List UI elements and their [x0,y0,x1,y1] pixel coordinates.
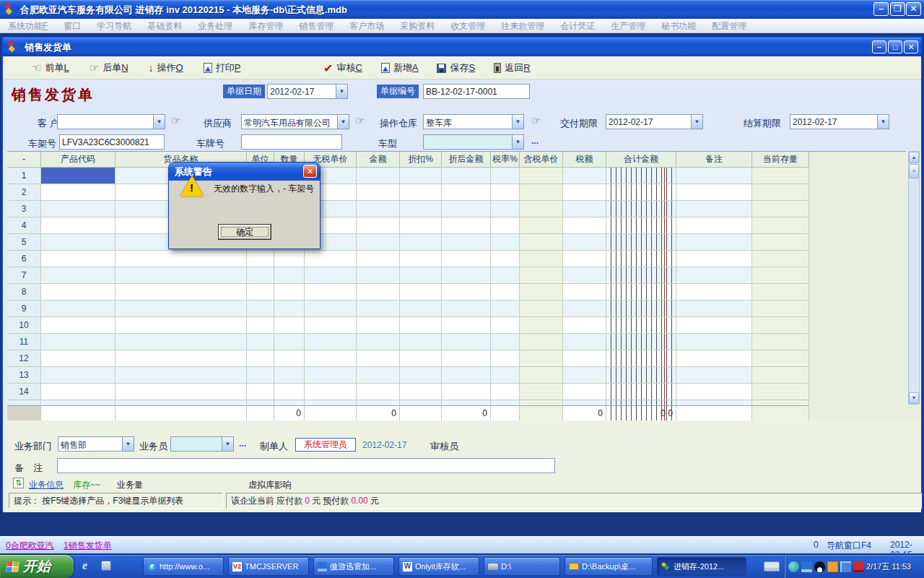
dialog-close-icon[interactable]: ✕ [303,165,317,178]
cell[interactable] [606,317,676,334]
vertical-scrollbar[interactable]: ▲ ≡ ▼ [908,151,920,405]
scroll-down-icon[interactable]: ▼ [909,392,919,404]
cell[interactable] [520,184,563,201]
cell[interactable] [491,184,520,201]
task-button-1[interactable]: ehttp://www.o... [143,557,224,576]
cell[interactable] [400,334,442,350]
cell[interactable] [752,168,809,184]
cell[interactable] [442,367,491,384]
cell[interactable] [305,251,357,267]
cell[interactable] [41,251,116,267]
doc-date-combo[interactable]: 2012-02-17▼ [267,84,348,99]
cell[interactable] [274,367,305,384]
model-more-button[interactable]: ... [531,136,539,146]
cell[interactable] [606,267,676,284]
cell[interactable] [442,251,491,267]
menu-item-10[interactable]: 收支管理 [443,19,493,33]
cell[interactable] [676,384,752,400]
cell[interactable] [400,284,442,301]
cell[interactable] [305,317,357,334]
cell[interactable] [41,350,116,367]
window-link-delivery[interactable]: 1销售发货单 [64,540,112,552]
cell[interactable] [752,201,809,217]
cell[interactable] [357,168,400,184]
cell[interactable] [563,168,606,184]
cell[interactable] [491,301,520,317]
cell[interactable] [563,384,606,400]
cell[interactable] [41,367,116,384]
minimize-button[interactable]: – [873,2,889,16]
model-combo[interactable]: ▼ [423,134,524,150]
cell[interactable] [116,384,247,400]
cell[interactable] [752,184,809,201]
cell[interactable] [442,234,491,251]
cell[interactable] [491,234,520,251]
cell[interactable] [400,350,442,367]
refresh-icon[interactable]: ⇅ [13,478,24,488]
menu-item-5[interactable]: 业务处理 [190,19,240,33]
cell[interactable] [520,334,563,350]
cell[interactable] [606,251,676,267]
remark-input[interactable] [57,458,555,473]
cell[interactable] [116,334,247,350]
menu-item-9[interactable]: 采购资料 [392,19,443,33]
vin-input[interactable] [59,134,165,150]
qq-icon[interactable] [814,561,825,572]
cell[interactable] [563,317,606,334]
cell[interactable] [491,168,520,184]
menu-item-1[interactable]: 系统功能F [0,19,56,33]
cell[interactable] [752,334,809,350]
cell[interactable] [305,301,357,317]
cell[interactable] [247,384,274,400]
cell[interactable] [520,201,563,217]
child-maximize-button[interactable]: □ [888,40,902,53]
cell[interactable] [606,367,676,384]
task-button-3[interactable]: 傲游迅雷加... [313,557,394,576]
cell[interactable] [491,251,520,267]
cell[interactable] [116,367,247,384]
cell[interactable] [752,267,809,284]
menu-item-3[interactable]: 学习导航 [89,19,139,33]
cell[interactable] [442,284,491,301]
cell[interactable] [491,350,520,367]
cell[interactable] [116,267,247,284]
cell[interactable] [520,350,563,367]
cell[interactable] [116,350,247,367]
menu-item-6[interactable]: 库存管理 [240,19,291,33]
delivery-combo[interactable]: 2012-02-17▼ [606,114,703,129]
cell[interactable] [752,367,809,384]
customer-combo[interactable]: ▼ [57,114,165,129]
lite-tray-icon[interactable] [801,561,812,572]
cell[interactable] [442,168,491,184]
cell[interactable] [116,301,247,317]
cell[interactable] [116,317,247,334]
cell[interactable] [606,350,676,367]
start-button[interactable]: 开始 [0,555,74,578]
cell[interactable] [752,384,809,400]
quicklaunch-icon-2[interactable] [101,561,111,571]
settle-combo[interactable]: 2012-02-17▼ [790,114,889,129]
cell[interactable] [247,350,274,367]
cell[interactable] [357,184,400,201]
cell[interactable] [400,184,442,201]
cell[interactable] [491,284,520,301]
child-close-button[interactable]: ✕ [904,40,918,53]
cell[interactable] [305,350,357,367]
cell[interactable] [442,184,491,201]
cell[interactable] [247,334,274,350]
warehouse-lookup-hand-icon[interactable]: ☞ [531,114,541,127]
cell[interactable] [305,284,357,301]
cell[interactable] [442,334,491,350]
scrollbar-thumb[interactable]: ≡ [909,164,919,178]
cell[interactable] [357,317,400,334]
cell[interactable] [606,184,676,201]
cell[interactable] [752,284,809,301]
cell[interactable] [676,251,752,267]
msg-icon[interactable] [827,561,838,572]
cell[interactable] [41,201,116,217]
stock-link[interactable]: 库存~~ [73,479,100,491]
cell[interactable] [563,217,606,234]
cell[interactable] [676,234,752,251]
stock-icon[interactable] [853,561,864,572]
chevron-down-icon[interactable]: ▼ [122,437,134,451]
